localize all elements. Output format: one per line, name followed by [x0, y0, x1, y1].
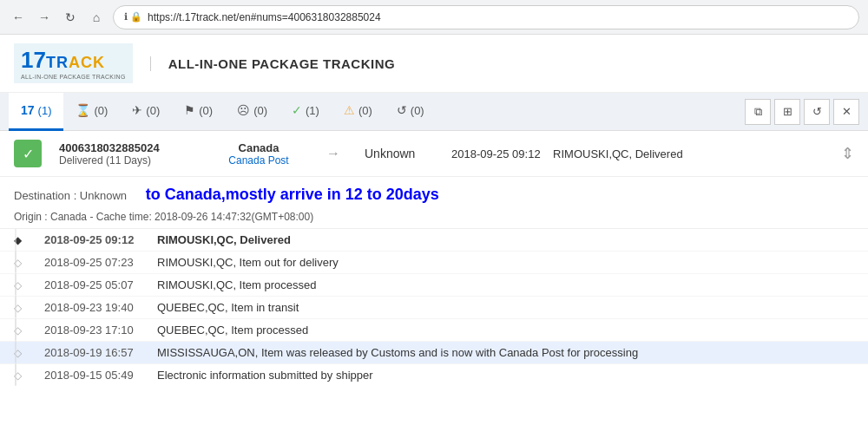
tab-alert-count: (0): [358, 104, 372, 117]
events-table: ◆2018-09-25 09:12RIMOUSKI,QC, Delivered◇…: [0, 229, 868, 386]
event-datetime-6: 2018-09-15 05:49: [30, 364, 143, 387]
event-location-status: RIMOUSKI,QC, Delivered: [553, 147, 683, 160]
tracking-number[interactable]: 4006318032885024: [59, 141, 198, 154]
logo-area: 17 TRACK ALL-IN-ONE PACKAGE TRACKING: [14, 43, 133, 83]
site-header: 17 TRACK ALL-IN-ONE PACKAGE TRACKING ALL…: [0, 35, 868, 93]
carrier-country: Canada: [215, 141, 302, 154]
tab-all-count: (1): [38, 104, 52, 117]
tab-transit-count: (0): [146, 104, 160, 117]
check-icon: ✓: [292, 103, 302, 117]
tab-return-count: (0): [411, 104, 424, 117]
tab-pending-count: (0): [94, 104, 108, 117]
tracking-status: Delivered (11 Days): [59, 154, 198, 167]
event-dot-2: ◇: [0, 274, 30, 297]
event-datetime-3: 2018-09-23 19:40: [30, 297, 143, 319]
refresh-all-button[interactable]: ↺: [804, 99, 830, 125]
datetime-area: 2018-09-25 09:12 RIMOUSKI,QC, Delivered: [451, 147, 824, 160]
plane-icon: ✈: [132, 103, 142, 117]
site-title: ALL-IN-ONE PACKAGE TRACKING: [150, 56, 396, 71]
diamond-empty-icon: ◇: [14, 257, 22, 269]
destination-label: Destination : Unknown: [14, 189, 127, 202]
event-dot-0: ◆: [0, 229, 30, 252]
close-all-button[interactable]: ✕: [833, 99, 859, 125]
tab-pending[interactable]: ⌛ (0): [63, 93, 120, 131]
event-datetime-2: 2018-09-25 05:07: [30, 274, 143, 297]
event-dot-1: ◇: [0, 252, 30, 274]
return-icon: ↺: [397, 103, 407, 117]
logo-box: 17 TRACK ALL-IN-ONE PACKAGE TRACKING: [14, 43, 133, 83]
tab-return[interactable]: ↺ (0): [385, 93, 437, 131]
event-dot-6: ◇: [0, 364, 30, 387]
event-dot-4: ◇: [0, 319, 30, 342]
origin-line: Origin : Canada - Cache time: 2018-09-26…: [14, 211, 854, 223]
event-description-5: MISSISSAUGA,ON, Item was released by Cus…: [143, 342, 868, 364]
tab-delivered-count: (1): [306, 104, 319, 117]
refresh-button[interactable]: ↻: [61, 8, 80, 27]
diamond-empty-icon: ◇: [14, 302, 22, 314]
tab-delivered[interactable]: ✓ (1): [279, 93, 332, 131]
destination-text: Unknown: [365, 147, 415, 160]
diamond-empty-icon: ◇: [14, 347, 22, 359]
arrow-icon: →: [319, 146, 347, 161]
expand-button[interactable]: ⇕: [841, 144, 854, 163]
event-datetime-5: 2018-09-19 16:57: [30, 342, 143, 364]
logo-sub: ALL-IN-ONE PACKAGE TRACKING: [21, 74, 126, 80]
event-datetime: 2018-09-25 09:12: [451, 147, 541, 160]
event-dot-3: ◇: [0, 297, 30, 319]
url-text: https://t.17track.net/en#nums=4006318032…: [148, 11, 381, 23]
info-icon: ℹ 🔒: [124, 11, 142, 23]
tab-pickup-count: (0): [199, 104, 213, 117]
diamond-empty-icon: ◇: [14, 369, 22, 382]
event-description-4: QUEBEC,QC, Item processed: [143, 319, 868, 342]
tab-actions: ⧉ ⊞ ↺ ✕: [745, 99, 859, 125]
tab-undelivered-count: (0): [253, 104, 267, 117]
tab-pickup[interactable]: ⚑ (0): [172, 93, 225, 131]
logo-track: TRACK: [46, 54, 105, 72]
events-container: ◆2018-09-25 09:12RIMOUSKI,QC, Delivered◇…: [0, 229, 868, 386]
event-description-2: RIMOUSKI,QC, Item processed: [143, 274, 868, 297]
diamond-empty-icon: ◇: [14, 279, 22, 291]
event-description-1: RIMOUSKI,QC, Item out for delivery: [143, 252, 868, 274]
tracking-row: ✓ 4006318032885024 Delivered (11 Days) C…: [0, 131, 868, 177]
tracking-number-area: 4006318032885024 Delivered (11 Days): [59, 141, 198, 167]
event-description-0: RIMOUSKI,QC, Delivered: [143, 229, 868, 252]
flag-icon: ⚑: [184, 103, 195, 117]
event-dot-5: ◇: [0, 342, 30, 364]
tab-all[interactable]: 17 (1): [9, 93, 63, 131]
status-check-icon: ✓: [14, 140, 42, 167]
destination-area: Unknown: [365, 147, 434, 160]
event-datetime-0: 2018-09-25 09:12: [30, 229, 143, 252]
promo-text: to Canada,mostly arrive in 12 to 20days: [146, 186, 439, 204]
cache-time: - Cache time: 2018-09-26 14:47:32(GMT+08…: [89, 211, 313, 223]
event-datetime-1: 2018-09-25 07:23: [30, 252, 143, 274]
carrier-area: Canada Canada Post: [215, 141, 302, 167]
address-bar[interactable]: ℹ 🔒 https://t.17track.net/en#nums=400631…: [113, 5, 859, 29]
back-button[interactable]: ←: [9, 8, 28, 27]
diamond-empty-icon: ◇: [14, 324, 22, 337]
browser-chrome: ← → ↻ ⌂ ℹ 🔒 https://t.17track.net/en#num…: [0, 0, 868, 35]
destination-line: Destination : Unknown to Canada,mostly a…: [14, 186, 854, 207]
event-datetime-4: 2018-09-23 17:10: [30, 319, 143, 342]
logo-17: 17: [21, 47, 46, 74]
warning-icon: ⚠: [344, 103, 355, 117]
forward-button[interactable]: →: [35, 8, 54, 27]
frown-icon: ☹: [237, 103, 250, 117]
detail-panel: Destination : Unknown to Canada,mostly a…: [0, 177, 868, 229]
home-button[interactable]: ⌂: [87, 8, 106, 27]
copy-button[interactable]: ⧉: [745, 99, 771, 125]
tab-alert[interactable]: ⚠ (0): [332, 93, 385, 131]
event-description-3: QUEBEC,QC, Item in transit: [143, 297, 868, 319]
tab-undelivered[interactable]: ☹ (0): [225, 93, 279, 131]
carrier-service[interactable]: Canada Post: [215, 154, 302, 167]
tab-transit[interactable]: ✈ (0): [120, 93, 172, 131]
tabs-bar: 17 (1) ⌛ (0) ✈ (0) ⚑ (0) ☹ (0) ✓ (1) ⚠ (…: [0, 93, 868, 131]
tab-17-icon: 17: [21, 103, 35, 117]
origin-label: Origin : Canada: [14, 211, 87, 223]
hourglass-icon: ⌛: [76, 103, 90, 117]
diamond-filled-icon: ◆: [14, 234, 22, 246]
grid-button[interactable]: ⊞: [774, 99, 800, 125]
event-description-6: Electronic information submitted by ship…: [143, 364, 868, 387]
